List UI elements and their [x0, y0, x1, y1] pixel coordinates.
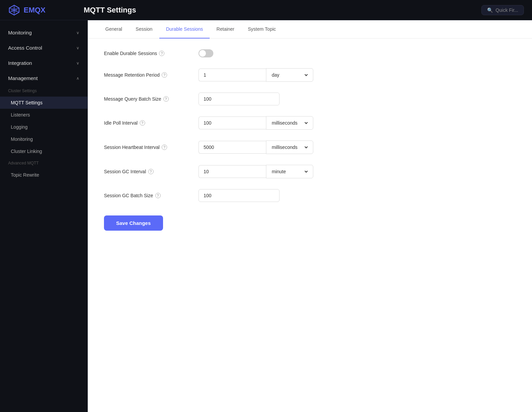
sidebar-management-label: Management: [8, 75, 38, 81]
sidebar-cluster-settings-label: Cluster Settings: [0, 85, 87, 97]
form-row-session-heartbeat-interval: Session Heartbeat Interval ? millisecond…: [104, 140, 375, 154]
save-changes-button[interactable]: Save Changes: [104, 215, 163, 231]
tabs-bar: General Session Durable Sessions Retaine…: [88, 20, 532, 38]
session-gc-interval-unit-select[interactable]: minute millisecond second hour day: [266, 165, 313, 178]
sidebar-item-listeners[interactable]: Listeners: [0, 109, 87, 121]
sidebar-section-management-header[interactable]: Management ∧: [0, 71, 87, 85]
form-section: Enable Durable Sessions ? Message Retent…: [88, 38, 392, 241]
sidebar-item-topic-rewrite[interactable]: Topic Rewrite: [0, 169, 87, 181]
emqx-logo-icon: [8, 4, 20, 16]
help-icon-session-heartbeat-interval[interactable]: ?: [162, 145, 167, 150]
help-icon-session-gc-interval[interactable]: ?: [148, 169, 154, 174]
search-placeholder: Quick Fir...: [496, 7, 518, 13]
form-label-session-heartbeat-interval: Session Heartbeat Interval ?: [104, 145, 198, 150]
sidebar-section-management: Management ∧ Cluster Settings MQTT Setti…: [0, 71, 87, 181]
help-icon-enable-durable-sessions[interactable]: ?: [159, 51, 164, 56]
sidebar-advanced-mqtt-label: Advanced MQTT: [0, 157, 87, 169]
message-retention-period-unit-dropdown[interactable]: day millisecond second minute hour: [270, 72, 309, 78]
toggle-enable-durable-sessions[interactable]: [198, 49, 213, 57]
sidebar-integration-label: Integration: [8, 60, 32, 66]
help-icon-message-query-batch-size[interactable]: ?: [163, 96, 169, 102]
sidebar-item-logging[interactable]: Logging: [0, 121, 87, 133]
form-input-session-heartbeat-interval: milliseconds seconds minutes: [198, 140, 313, 154]
form-label-message-query-batch-size: Message Query Batch Size ?: [104, 96, 198, 102]
message-query-batch-size-input[interactable]: [198, 93, 280, 105]
search-area[interactable]: 🔍 Quick Fir...: [481, 5, 524, 15]
message-retention-period-unit-select[interactable]: day millisecond second minute hour: [266, 68, 313, 82]
main-layout: Monitoring ∨ Access Control ∨ Integratio…: [0, 20, 532, 412]
form-row-enable-durable-sessions: Enable Durable Sessions ?: [104, 49, 375, 57]
search-icon: 🔍: [487, 7, 493, 13]
form-label-idle-poll-interval: Idle Poll Interval ?: [104, 120, 198, 126]
idle-poll-interval-input[interactable]: [198, 117, 266, 129]
session-gc-interval-unit-dropdown[interactable]: minute millisecond second hour day: [270, 169, 309, 175]
logo-area: EMQX: [8, 4, 76, 16]
session-gc-batch-size-input[interactable]: [198, 189, 280, 202]
sidebar-section-monitoring: Monitoring ∨: [0, 26, 87, 40]
tab-session[interactable]: Session: [129, 20, 159, 38]
session-heartbeat-interval-unit-dropdown[interactable]: milliseconds seconds minutes: [270, 144, 309, 150]
session-heartbeat-interval-input[interactable]: [198, 141, 266, 154]
sidebar-section-access-control-header[interactable]: Access Control ∨: [0, 41, 87, 55]
sidebar-section-monitoring-header[interactable]: Monitoring ∨: [0, 26, 87, 40]
top-header: EMQX MQTT Settings 🔍 Quick Fir...: [0, 0, 532, 20]
sidebar-section-access-control: Access Control ∨: [0, 41, 87, 55]
form-row-session-gc-batch-size: Session GC Batch Size ?: [104, 189, 375, 202]
sidebar-monitoring-label: Monitoring: [8, 30, 32, 35]
tab-durable-sessions[interactable]: Durable Sessions: [159, 20, 210, 38]
chevron-down-icon: ∨: [76, 30, 79, 35]
message-retention-period-input[interactable]: [198, 69, 266, 81]
sidebar-section-integration: Integration ∨: [0, 56, 87, 70]
content-area: General Session Durable Sessions Retaine…: [88, 20, 532, 412]
form-label-session-gc-interval: Session GC Interval ?: [104, 169, 198, 174]
tab-retainer[interactable]: Retainer: [210, 20, 241, 38]
form-input-idle-poll-interval: milliseconds seconds minutes: [198, 116, 313, 130]
form-row-message-query-batch-size: Message Query Batch Size ?: [104, 93, 375, 105]
form-row-message-retention-period: Message Retention Period ? day milliseco…: [104, 68, 375, 82]
form-input-message-retention-period: day millisecond second minute hour: [198, 68, 313, 82]
chevron-down-icon: ∨: [76, 61, 79, 66]
chevron-up-icon: ∧: [76, 76, 79, 81]
tab-general[interactable]: General: [99, 20, 129, 38]
sidebar-section-integration-header[interactable]: Integration ∨: [0, 56, 87, 70]
sidebar-item-mqtt-settings[interactable]: MQTT Settings: [0, 97, 87, 109]
session-heartbeat-interval-unit-select[interactable]: milliseconds seconds minutes: [266, 140, 313, 154]
form-row-session-gc-interval: Session GC Interval ? minute millisecond…: [104, 165, 375, 178]
form-label-session-gc-batch-size: Session GC Batch Size ?: [104, 193, 198, 198]
content-inner: General Session Durable Sessions Retaine…: [88, 20, 532, 412]
form-label-message-retention-period: Message Retention Period ?: [104, 72, 198, 78]
session-gc-interval-input[interactable]: [198, 165, 266, 178]
form-input-session-gc-interval: minute millisecond second hour day: [198, 165, 313, 178]
sidebar-access-control-label: Access Control: [8, 45, 42, 51]
idle-poll-interval-unit-select[interactable]: milliseconds seconds minutes: [266, 116, 313, 130]
help-icon-session-gc-batch-size[interactable]: ?: [155, 193, 161, 198]
help-icon-message-retention-period[interactable]: ?: [162, 72, 167, 78]
help-icon-idle-poll-interval[interactable]: ?: [140, 120, 145, 126]
form-label-enable-durable-sessions: Enable Durable Sessions ?: [104, 51, 198, 56]
sidebar: Monitoring ∨ Access Control ∨ Integratio…: [0, 20, 88, 412]
sidebar-item-cluster-linking[interactable]: Cluster Linking: [0, 145, 87, 157]
chevron-down-icon: ∨: [76, 46, 79, 50]
sidebar-item-monitoring[interactable]: Monitoring: [0, 133, 87, 145]
page-title: MQTT Settings: [76, 6, 481, 15]
form-row-idle-poll-interval: Idle Poll Interval ? milliseconds second…: [104, 116, 375, 130]
logo-text: EMQX: [24, 6, 46, 15]
idle-poll-interval-unit-dropdown[interactable]: milliseconds seconds minutes: [270, 120, 309, 126]
tab-system-topic[interactable]: System Topic: [241, 20, 283, 38]
